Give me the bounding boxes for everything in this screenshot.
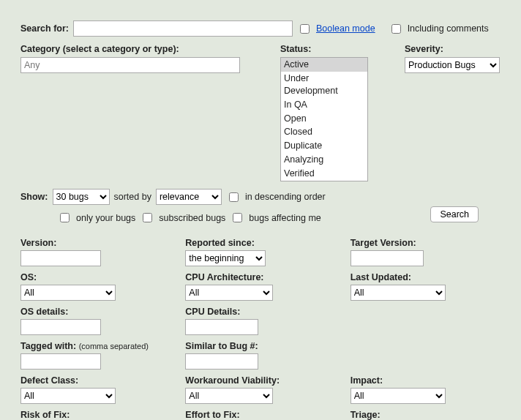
reported-since-select[interactable]: the beginning [185,250,266,266]
os-details-label: OS details: [20,307,170,317]
os-select[interactable]: All [20,285,116,301]
status-option[interactable]: Under Development [281,72,367,98]
version-label: Version: [20,238,170,248]
severity-label: Severity: [405,44,443,54]
including-comments-label: Including comments [408,23,489,34]
subscribed-bugs-label: subscribed bugs [159,213,225,223]
risk-label: Risk of Fix: [20,410,170,420]
search-input[interactable] [73,20,293,37]
descending-checkbox[interactable] [229,192,239,202]
sorted-by-label: sorted by [114,192,151,202]
reported-since-label: Reported since: [185,238,335,248]
impact-select[interactable]: All [351,388,446,404]
severity-column: Severity: Production Bugs [405,44,501,181]
cpu-details-label: CPU Details: [185,307,335,317]
similar-label: Similar to Bug #: [185,341,335,351]
defect-class-select[interactable]: All [20,388,116,404]
similar-input[interactable] [185,353,258,370]
last-updated-label: Last Updated: [351,272,501,282]
workaround-select[interactable]: All [185,388,273,404]
only-your-bugs-label: only your bugs [76,213,135,223]
filter-col-1: Version: OS: All OS details: Tagged with… [20,238,170,420]
status-option[interactable]: Analyzing [281,153,367,167]
show-row: Show: 30 bugs sorted by relevance in des… [20,189,501,205]
target-version-input[interactable] [351,250,424,266]
cpu-details-input[interactable] [185,319,258,335]
version-input[interactable] [20,250,101,266]
boolean-mode-link[interactable]: Boolean mode [316,23,375,34]
status-option[interactable]: Verified [281,167,367,181]
cpu-arch-label: CPU Architecture: [185,272,335,282]
filter-col-2: Reported since: the beginning CPU Archit… [185,238,335,420]
category-input[interactable] [20,57,240,73]
status-column: Status: ActiveUnder DevelopmentIn QAOpen… [280,44,390,181]
search-for-label: Search for: [20,23,69,34]
filter-col-3: Target Version: Last Updated: All . . Im… [351,238,501,420]
tagged-with-label: Tagged with: (comma separated) [20,341,170,351]
impact-label: Impact: [351,375,501,386]
show-count-select[interactable]: 30 bugs [53,189,110,205]
effort-label: Effort to Fix: [185,410,335,420]
status-option[interactable]: Active [281,58,367,72]
last-updated-select[interactable]: All [351,285,446,301]
bugs-affecting-me-label: bugs affecting me [249,213,321,223]
show-flags-row: only your bugs subscribed bugs bugs affe… [57,211,430,225]
show-label: Show: [20,192,48,202]
category-column: Category (select a category or type): [20,44,266,181]
workaround-label: Workaround Viability: [185,375,335,386]
top-filter-columns: Category (select a category or type): St… [20,44,501,181]
bugs-affecting-me-checkbox[interactable] [233,213,242,222]
tagged-with-input[interactable] [20,353,101,370]
os-details-input[interactable] [20,319,101,335]
boolean-mode-checkbox[interactable] [300,24,310,34]
severity-select[interactable]: Production Bugs [405,57,500,73]
target-version-label: Target Version: [351,238,501,248]
status-label: Status: [280,44,311,54]
status-list[interactable]: ActiveUnder DevelopmentIn QAOpenClosedDu… [280,57,368,181]
filter-grid: Version: OS: All OS details: Tagged with… [20,238,501,420]
including-comments-checkbox[interactable] [391,24,401,34]
only-your-bugs-checkbox[interactable] [60,213,70,222]
cpu-arch-select[interactable]: All [185,285,273,301]
triage-label: Triage: [351,410,501,420]
category-label: Category (select a category or type): [20,44,179,54]
search-button[interactable]: Search [430,206,479,222]
status-option[interactable]: In QA [281,98,367,112]
subscribed-bugs-checkbox[interactable] [143,213,152,222]
sort-select[interactable]: relevance [156,189,222,205]
descending-label: in descending order [245,192,326,202]
defect-class-label: Defect Class: [20,375,170,386]
status-option[interactable]: Duplicate [281,139,367,153]
status-option[interactable]: Closed [281,125,367,139]
search-row: Search for: Boolean mode Including comme… [20,20,501,37]
status-option[interactable]: Open [281,112,367,126]
status-option[interactable]: In progress [281,181,367,181]
os-label: OS: [20,272,170,282]
